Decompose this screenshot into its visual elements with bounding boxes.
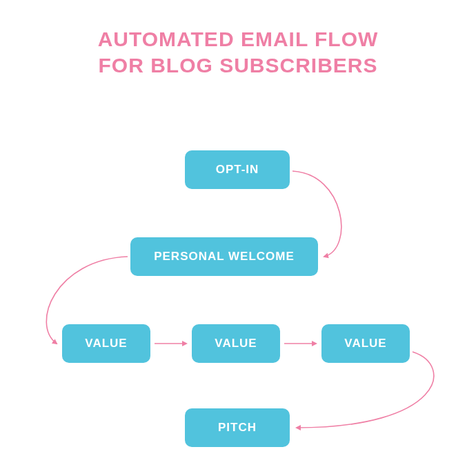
- node-personal-welcome: PERSONAL WELCOME: [130, 237, 318, 276]
- title-line-2: FOR BLOG SUBSCRIBERS: [98, 54, 377, 77]
- node-label: VALUE: [344, 337, 386, 350]
- node-label: VALUE: [85, 337, 127, 350]
- node-value-1: VALUE: [62, 324, 150, 363]
- node-label: PERSONAL WELCOME: [154, 250, 295, 264]
- node-value-2: VALUE: [192, 324, 280, 363]
- arrow-value3-to-pitch: [297, 352, 434, 428]
- node-label: OPT-IN: [216, 163, 259, 177]
- node-opt-in: OPT-IN: [185, 150, 290, 189]
- title-line-1: AUTOMATED EMAIL FLOW: [98, 28, 379, 50]
- node-value-3: VALUE: [321, 324, 410, 363]
- node-label: PITCH: [218, 421, 257, 435]
- diagram-title: AUTOMATED EMAIL FLOW FOR BLOG SUBSCRIBER…: [0, 26, 476, 78]
- node-label: VALUE: [215, 337, 257, 350]
- node-pitch: PITCH: [185, 408, 290, 447]
